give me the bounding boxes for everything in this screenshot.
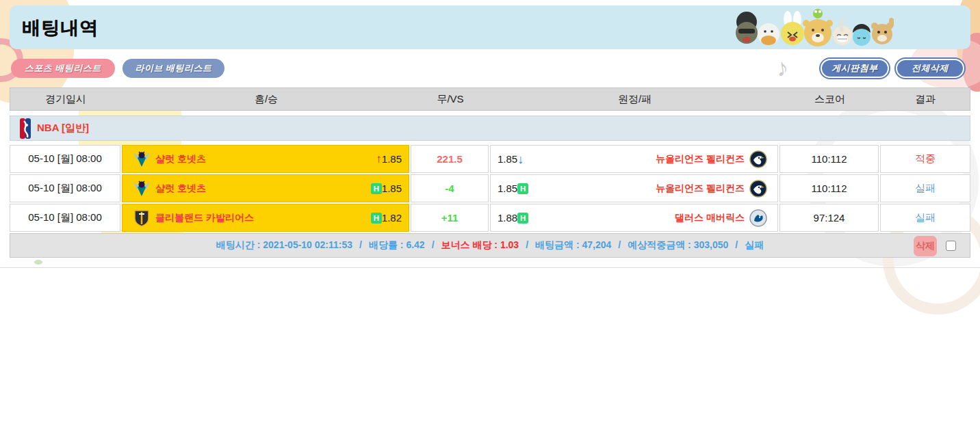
result-label: 실패 [915,182,936,195]
down-arrow-icon: ↓ [517,153,524,165]
away-team-name: 뉴올리언즈 펠리컨즈 [656,183,745,195]
column-header-home: 홈/승 [122,88,410,110]
match-date: 05-10 [월] 08:00 [28,182,102,195]
column-header-result: 결과 [881,88,970,110]
summary-segment: / [526,239,528,250]
live-bet-list-button[interactable]: 라이브 배팅리스트 [122,59,224,78]
home-team-name: 샬럿 호넷츠 [155,183,206,195]
select-bet-checkbox[interactable] [946,241,956,251]
away-team-cell: 1.85 ↓ 뉴올리언즈 펠리컨즈 [490,145,778,173]
page-header: 배팅내역 [10,5,970,49]
summary-segment: 예상적중금액 : 303,050 [628,239,728,250]
score-cell: 110:112 [779,174,879,202]
section-divider [0,267,980,268]
table-header-row: 경기일시 홈/승 무/VS 원정/패 스코어 결과 [10,88,970,111]
summary-segment: 배당률 : 6.42 [369,239,425,250]
draw-vs-cell: +11 [411,204,489,232]
away-team-name: 뉴올리언즈 펠리컨즈 [656,153,745,165]
home-team-cell: 클리블랜드 카발리어스 H 1.82 [122,204,409,232]
away-team-cell: 1.88 H 댈러스 매버릭스 [490,204,778,232]
board-attach-button[interactable]: 게시판첨부 [821,59,889,78]
bet-row: 05-10 [월] 08:00 클리블랜드 카발리어스 H 1.82 +11 1… [10,204,970,232]
summary-segment: / [432,239,435,250]
page-title: 배팅내역 [22,16,99,40]
summary-segment: / [618,239,621,250]
handicap-badge: H [371,213,382,224]
draw-vs-value: -4 [445,183,454,194]
home-team-cell: 샬럿 호넷츠 H 1.85 [122,174,409,202]
score-value: 110:112 [812,183,847,194]
result-cell: 적중 [880,145,970,173]
summary-segment: 보너스 배당 : 1.03 [441,239,519,250]
score-value: 110:112 [812,153,847,165]
pelicans-logo-icon [749,180,767,198]
summary-segment: 실패 [745,239,764,250]
column-header-score: 스코어 [780,88,879,110]
delete-all-button[interactable]: 전체삭제 [896,59,964,78]
column-header-draw: 무/VS [411,88,489,110]
home-odds: 1.85 [382,183,402,194]
league-label: NBA [일반] [37,122,89,135]
result-label: 적중 [915,152,936,165]
match-date-cell: 05-10 [월] 08:00 [10,204,120,232]
summary-segment: / [735,239,738,250]
score-cell: 110:112 [779,145,879,173]
result-cell: 실패 [880,174,970,202]
home-team-cell: 샬럿 호넷츠 ↑ 1.85 [122,145,409,173]
hornets-logo-icon [133,180,151,198]
score-value: 97:124 [814,212,845,224]
bet-row: 05-10 [월] 08:00 샬럿 호넷츠 H 1.85 -4 1.85 H … [10,174,970,202]
pelicans-logo-icon [749,150,767,168]
delete-bet-button[interactable]: 삭제 [914,236,937,256]
column-header-away: 원정/패 [491,88,779,110]
nba-logo-icon [20,118,31,139]
result-cell: 실패 [880,204,970,232]
match-date-cell: 05-10 [월] 08:00 [10,174,120,202]
away-team-name: 댈러스 매버릭스 [675,212,745,224]
cavaliers-logo-icon [133,209,151,227]
score-cell: 97:124 [779,204,879,232]
background-decoration [34,260,42,265]
away-odds: 1.85 [498,183,517,194]
match-date: 05-10 [월] 08:00 [28,152,102,165]
home-team-name: 클리블랜드 카발리어스 [155,212,254,224]
hornets-logo-icon [133,150,151,168]
up-arrow-icon: ↑ [376,153,382,165]
bet-row: 05-10 [월] 08:00 샬럿 호넷츠 ↑ 1.85 221.5 1.85… [10,145,970,173]
home-team-name: 샬럿 호넷츠 [155,153,206,165]
handicap-badge: H [371,183,382,194]
home-odds: 1.82 [382,212,402,224]
result-label: 실패 [915,211,936,224]
match-date-cell: 05-10 [월] 08:00 [10,145,120,173]
draw-vs-value: 221.5 [437,153,463,165]
summary-text: 배팅시간 : 2021-05-10 02:11:53/배당률 : 6.42/보너… [213,239,767,252]
handicap-badge: H [517,183,528,194]
match-date: 05-10 [월] 08:00 [28,211,102,224]
draw-vs-cell: 221.5 [411,145,489,173]
draw-vs-value: +11 [441,212,459,224]
away-team-cell: 1.85 H 뉴올리언즈 펠리컨즈 [490,174,778,202]
handicap-badge: H [517,213,528,224]
bet-summary-row: 배팅시간 : 2021-05-10 02:11:53/배당률 : 6.42/보너… [10,233,970,258]
column-header-date: 경기일시 [10,88,121,110]
kakao-friends-illustration [733,5,894,51]
summary-segment: / [359,239,362,250]
league-row: NBA [일반] [10,116,970,141]
home-odds: 1.85 [382,153,402,165]
summary-segment: 배팅금액 : 47,204 [535,239,611,250]
bet-table: 경기일시 홈/승 무/VS 원정/패 스코어 결과 NBA [일반] 05-10… [10,88,970,258]
summary-segment: 배팅시간 : 2021-05-10 02:11:53 [216,239,352,250]
away-odds: 1.88 [498,212,517,224]
music-note-icon: ♪ [774,53,790,83]
away-odds: 1.85 [498,153,517,165]
draw-vs-cell: -4 [411,174,489,202]
mavericks-logo-icon [749,209,767,227]
sports-bet-list-button[interactable]: 스포츠 배팅리스트 [11,59,115,78]
